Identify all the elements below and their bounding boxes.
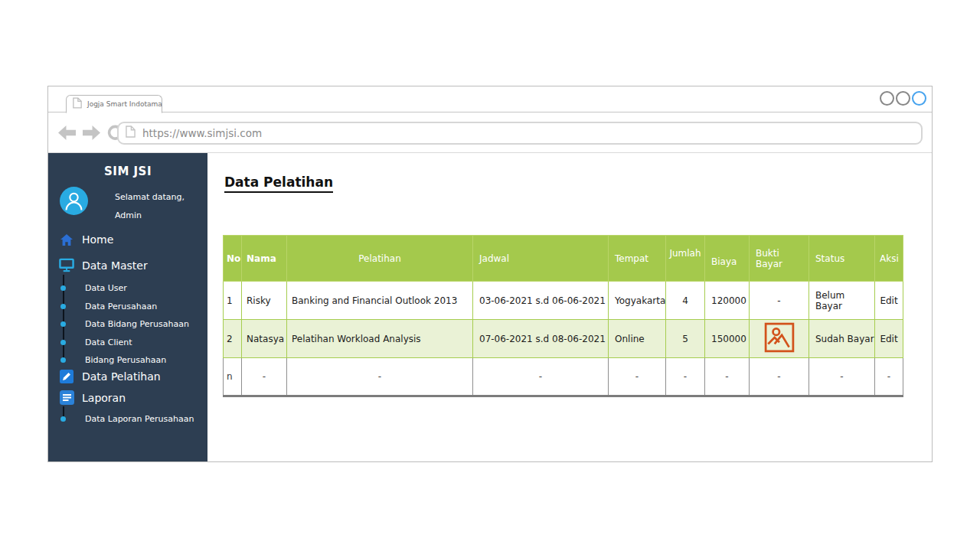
cell-jadwal: - — [473, 358, 609, 396]
sidebar-subitem-bidang-perusahaan[interactable]: Bidang Perusahaan — [85, 355, 166, 365]
tab-title: Jogja Smart Indotama — [87, 100, 162, 108]
cell-status: Sudah Bayar — [809, 320, 875, 358]
app-brand: SIM JSI — [48, 165, 207, 178]
sidebar-subitem-data-bidang-perusahaan[interactable]: Data Bidang Perusahaan — [85, 319, 189, 329]
cell-aksi: - — [875, 358, 903, 396]
table-row: 2 Natasya Pelatihan Workload Analysis 07… — [224, 320, 903, 358]
sidebar-item-data-pelatihan[interactable]: Data Pelatihan — [48, 370, 207, 383]
col-header-biaya: Biaya — [705, 236, 750, 282]
cell-no: 2 — [224, 320, 242, 358]
forward-icon[interactable] — [83, 126, 100, 143]
cell-pelatihan: - — [287, 358, 473, 396]
cell-status: - — [809, 358, 875, 396]
cell-biaya: 120000 — [705, 282, 750, 320]
page-icon — [73, 97, 82, 112]
sidebar-item-label: Home — [82, 233, 113, 246]
tab-bar: Jogja Smart Indotama — [48, 86, 932, 112]
sidebar-subitem-data-client[interactable]: Data Client — [85, 337, 132, 347]
data-pelatihan-table: No Nama Pelatihan Jadwal Tempat Jumlah B… — [223, 235, 903, 397]
table-row: 1 Risky Banking and Financial Outlook 20… — [224, 282, 903, 320]
window-control-1[interactable] — [880, 91, 894, 106]
sidebar-item-label: Laporan — [82, 392, 126, 404]
col-header-bukti-bayar: Bukti Bayar — [750, 236, 809, 282]
col-header-pelatihan: Pelatihan — [287, 236, 473, 282]
cell-status: Belum Bayar — [809, 282, 875, 320]
cell-tempat: Online — [609, 320, 666, 358]
bullet-dot — [60, 416, 66, 422]
col-header-aksi: Aksi — [875, 236, 903, 282]
table-header-row: No Nama Pelatihan Jadwal Tempat Jumlah B… — [224, 236, 903, 282]
cell-jadwal: 07-06-2021 s.d 08-06-2021 — [473, 320, 609, 358]
cell-jumlah: - — [666, 358, 705, 396]
cell-bukti-bayar — [750, 320, 809, 358]
home-icon — [59, 234, 74, 246]
cell-jumlah: 5 — [666, 320, 705, 358]
url-bar[interactable]: https://www.simjsi.com — [117, 122, 923, 145]
col-header-tempat: Tempat — [609, 236, 666, 282]
sidebar-subitem-data-laporan-perusahaan[interactable]: Data Laporan Perusahaan — [85, 414, 194, 424]
sidebar-item-label: Data Pelatihan — [82, 370, 161, 383]
sidebar-item-laporan[interactable]: Laporan — [48, 390, 207, 405]
browser-toolbar: https://www.simjsi.com — [48, 112, 932, 153]
col-header-nama: Nama — [242, 236, 287, 282]
welcome-text: Selamat datang, — [115, 192, 185, 202]
cell-nama: - — [242, 358, 287, 396]
cell-tempat: - — [609, 358, 666, 396]
cell-biaya: 150000 — [705, 320, 750, 358]
welcome-user: Admin — [115, 210, 142, 220]
browser-window: Jogja Smart Indotama https://www.simjsi.… — [47, 86, 933, 462]
cell-pelatihan: Pelatihan Workload Analysis — [287, 320, 473, 358]
col-header-status: Status — [809, 236, 875, 282]
sidebar-item-home[interactable]: Home — [48, 233, 207, 246]
table-row: n - - - - - - - - - — [224, 358, 903, 396]
col-header-jumlah: Jumlah — [666, 236, 705, 282]
col-header-jadwal: Jadwal — [473, 236, 609, 282]
edit-icon — [59, 370, 74, 383]
window-control-3[interactable] — [912, 91, 926, 106]
bullet-dot — [60, 304, 66, 309]
back-icon[interactable] — [58, 126, 76, 143]
sidebar-subitem-data-perusahaan[interactable]: Data Perusahaan — [85, 302, 157, 311]
avatar — [60, 187, 88, 215]
sidebar: SIM JSI Selamat datang, Admin Home Data … — [48, 153, 207, 461]
main-content: Data Pelatihan No Nama Pelatihan Jadwal … — [207, 153, 932, 461]
cell-pelatihan: Banking and Financial Outlook 2013 — [287, 282, 473, 320]
edit-button[interactable]: Edit — [875, 282, 903, 320]
bullet-dot — [60, 285, 66, 291]
page-title: Data Pelatihan — [224, 174, 333, 193]
window-control-2[interactable] — [896, 91, 910, 106]
bullet-dot — [60, 321, 66, 327]
cell-jumlah: 4 — [666, 282, 705, 320]
report-icon — [59, 390, 74, 405]
cell-bukti-bayar: - — [750, 282, 809, 320]
user-icon — [60, 187, 88, 215]
sidebar-item-label: Data Master — [82, 259, 148, 272]
sidebar-subitem-data-user[interactable]: Data User — [85, 283, 127, 293]
cell-bukti-bayar: - — [750, 358, 809, 396]
url-text: https://www.simjsi.com — [142, 127, 262, 139]
cell-biaya: - — [705, 358, 750, 396]
sidebar-item-data-master[interactable]: Data Master — [48, 258, 207, 272]
monitor-icon — [59, 258, 74, 272]
cell-nama: Natasya — [242, 320, 287, 358]
edit-button[interactable]: Edit — [875, 320, 903, 358]
window-controls — [880, 91, 926, 106]
cell-nama: Risky — [242, 282, 287, 320]
cell-no: 1 — [224, 282, 242, 320]
col-header-no: No — [224, 236, 242, 282]
cell-jadwal: 03-06-2021 s.d 06-06-2021 — [473, 282, 609, 320]
page-icon — [126, 126, 136, 141]
cell-no: n — [224, 358, 242, 396]
cell-tempat: Yogyakarta — [609, 282, 666, 320]
image-icon[interactable] — [764, 344, 795, 355]
bullet-dot — [60, 357, 66, 363]
browser-tab[interactable]: Jogja Smart Indotama — [66, 95, 162, 113]
bullet-dot — [60, 340, 66, 345]
